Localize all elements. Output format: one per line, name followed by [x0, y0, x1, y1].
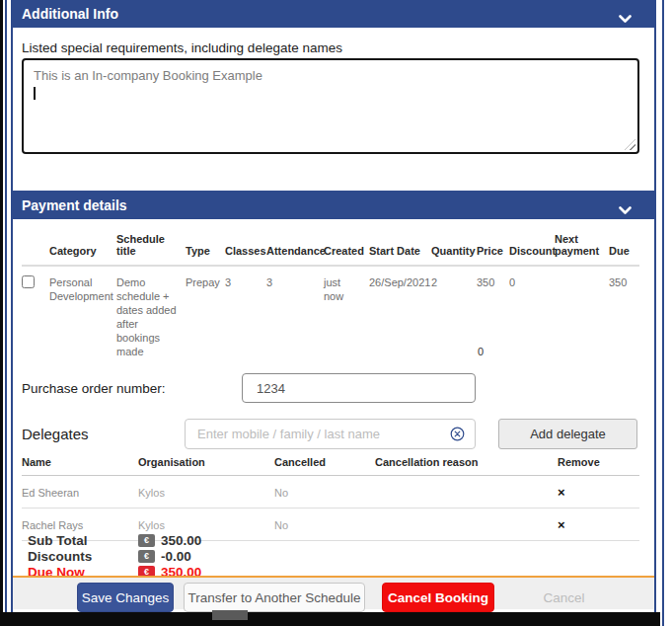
- column-header: Due: [609, 231, 639, 266]
- clear-search-icon[interactable]: [450, 427, 465, 441]
- cell-attendance: 3: [266, 266, 324, 360]
- cell-start-date: 26/Sep/2021: [369, 266, 431, 360]
- cell-next-payment: [555, 266, 609, 360]
- add-delegate-button[interactable]: Add delegate: [498, 419, 637, 449]
- textarea-line1: This is an In-company Booking Example: [34, 67, 628, 84]
- cell-type: Prepay: [186, 266, 225, 360]
- column-header: Organisation: [138, 450, 274, 476]
- column-header: Quantity: [431, 231, 477, 266]
- remove-delegate-icon[interactable]: ×: [558, 476, 639, 509]
- delegates-table-header-row: Name Organisation Cancelled Cancellation…: [22, 450, 639, 476]
- page-border-right: [662, 0, 664, 626]
- column-header: Attendance: [266, 231, 324, 266]
- column-header: Cancelled: [274, 450, 375, 476]
- cell-category: Personal Development: [49, 266, 116, 360]
- chevron-down-icon[interactable]: [619, 201, 632, 219]
- column-header: Type: [186, 231, 225, 266]
- totals-block: Sub Total € 350.00 Discounts € -0.00 Due…: [28, 532, 201, 580]
- purchase-order-label: Purchase order number:: [22, 381, 166, 396]
- delegate-search-input[interactable]: [197, 427, 450, 441]
- select-column-header: [22, 231, 49, 266]
- delegates-table: Name Organisation Cancelled Cancellation…: [22, 450, 639, 541]
- cell-schedule-title: Demo schedule + dates added after bookin…: [116, 266, 186, 360]
- column-header: Classes: [225, 231, 266, 266]
- delegate-name: Ed Sheeran: [22, 476, 138, 509]
- additional-info-title: Additional Info: [22, 6, 118, 22]
- booking-dialog-page: Additional Info Listed special requireme…: [0, 0, 672, 626]
- purchase-order-input[interactable]: [242, 373, 476, 403]
- cell-quantity: 2: [431, 266, 477, 360]
- horizontal-scrollbar-thumb[interactable]: [212, 610, 248, 620]
- cell-discount: 0: [509, 266, 555, 360]
- payment-details-title: Payment details: [22, 197, 127, 213]
- payment-table-header-row: Category Schedule title Type Classes Att…: [22, 231, 639, 266]
- bottom-bar: [0, 612, 660, 626]
- column-header: Price: [477, 231, 509, 266]
- payment-table-row: Personal Development Demo schedule + dat…: [22, 266, 639, 360]
- chevron-down-icon[interactable]: [619, 10, 632, 28]
- transfer-schedule-button[interactable]: Transfer to Another Schedule: [184, 583, 365, 612]
- discount-total-value: 0: [478, 346, 484, 357]
- discounts-row: Discounts € -0.00: [28, 548, 201, 564]
- euro-badge-icon: €: [138, 534, 155, 547]
- save-changes-button[interactable]: Save Changes: [77, 583, 174, 612]
- sub-total-label: Sub Total: [28, 533, 138, 548]
- payment-table: Category Schedule title Type Classes Att…: [22, 231, 639, 360]
- sub-total-value: 350.00: [161, 533, 201, 548]
- column-header: Schedule title: [116, 231, 186, 266]
- cell-due: 350: [609, 266, 639, 360]
- column-header: Category: [49, 231, 116, 266]
- payment-details-header[interactable]: Payment details: [13, 191, 654, 219]
- euro-badge-icon: €: [138, 550, 155, 563]
- text-caret: [34, 87, 36, 100]
- delegate-cancellation-reason: [375, 476, 558, 509]
- sub-total-row: Sub Total € 350.00: [28, 532, 201, 548]
- discounts-label: Discounts: [28, 549, 138, 564]
- column-header: Name: [22, 450, 138, 476]
- row-select-checkbox[interactable]: [22, 275, 35, 288]
- modal-border-right: [654, 0, 656, 612]
- special-requirements-textarea[interactable]: This is an In-company Booking Example: [22, 58, 639, 154]
- column-header: Remove: [558, 450, 639, 476]
- delegate-search-field: [185, 419, 476, 449]
- cancel-booking-button[interactable]: Cancel Booking: [382, 583, 494, 612]
- special-requirements-label: Listed special requirements, including d…: [22, 40, 342, 55]
- delegate-row: Ed Sheeran Kylos No ×: [22, 476, 639, 509]
- delegate-cancellation-reason: [375, 509, 558, 541]
- column-header: Discount: [509, 231, 555, 266]
- delegate-cancelled: No: [274, 476, 375, 509]
- delegate-organisation: Kylos: [138, 476, 274, 509]
- delegates-label: Delegates: [22, 426, 89, 442]
- column-header: Created: [324, 231, 369, 266]
- cancel-button: Cancel: [511, 583, 617, 612]
- cell-created: just now: [324, 266, 369, 360]
- page-border-left: [5, 0, 7, 626]
- column-header: Cancellation reason: [375, 450, 558, 476]
- additional-info-header[interactable]: Additional Info: [13, 0, 654, 28]
- textarea-line2: [34, 84, 628, 101]
- column-header: Start Date: [369, 231, 431, 266]
- delegate-cancelled: No: [274, 509, 375, 541]
- discounts-value: -0.00: [161, 549, 191, 564]
- page-left-edge: [0, 0, 3, 626]
- column-header: Next payment: [555, 231, 609, 266]
- cell-classes: 3: [225, 266, 266, 360]
- resize-handle[interactable]: [625, 139, 635, 150]
- booking-modal: Additional Info Listed special requireme…: [13, 0, 654, 612]
- remove-delegate-icon[interactable]: ×: [558, 509, 639, 541]
